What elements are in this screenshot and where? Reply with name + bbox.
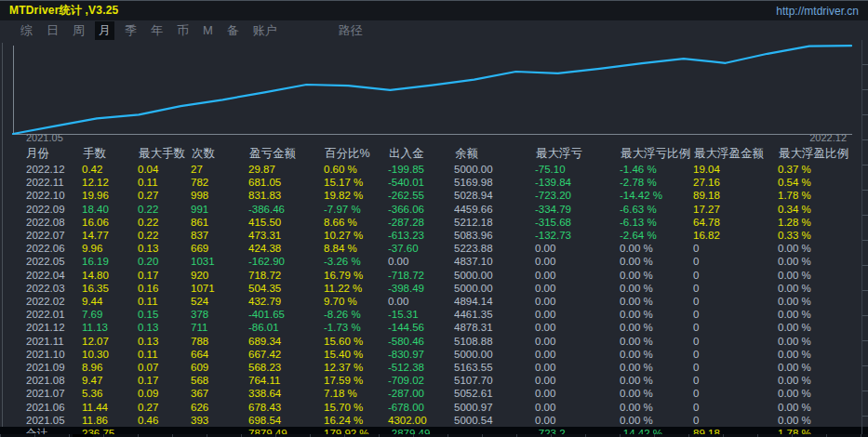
menu-item-周[interactable]: 周 <box>69 21 88 40</box>
table-row[interactable]: 2022.0516.190.201031-162.90-3.26 %0.0048… <box>0 255 868 268</box>
table-row[interactable]: 2021.0511.860.46393698.5416.24 %4302.005… <box>0 414 868 427</box>
menu-item-备[interactable]: 备 <box>223 21 243 40</box>
table-cell: 0.00 <box>535 374 620 387</box>
table-row[interactable]: 2021.075.360.09367338.647.18 %-287.00505… <box>0 387 868 400</box>
table-cell: 9.70 % <box>324 295 388 308</box>
table-cell: 5169.98 <box>454 176 535 189</box>
table-cell: 678.43 <box>248 401 324 414</box>
menu-item-M[interactable]: M <box>199 22 217 38</box>
menu-item-年[interactable]: 年 <box>147 21 167 40</box>
table-cell: -6.13 % <box>620 216 693 229</box>
table-cell: -398.49 <box>388 282 454 295</box>
table-cell: 5083.96 <box>454 229 535 242</box>
table-cell: 0.13 <box>138 242 191 255</box>
table-row[interactable]: 2021.1211.130.13711-86.01-1.73 %-144.564… <box>0 321 868 334</box>
table-cell: 0.00 % <box>778 282 868 295</box>
equity-line <box>13 46 851 134</box>
table-cell: 0.42 <box>82 163 138 176</box>
table-cell: 8.84 % <box>324 242 388 255</box>
table-cell: 2021.08 <box>0 374 82 387</box>
table-row[interactable]: 2022.0918.400.22991-386.46-7.97 %-366.06… <box>0 203 868 216</box>
table-cell: -366.06 <box>388 203 454 216</box>
table-cell: 5108.88 <box>454 335 535 348</box>
table-row[interactable]: 2022.1112.120.11782681.0515.17 %-540.015… <box>0 176 868 189</box>
table-cell: 2021.07 <box>0 387 82 400</box>
app-window: MTDriver统计 ,V3.25 http://mtdriver.cn 综日周… <box>0 0 868 437</box>
table-cell: 0.15 <box>138 308 191 321</box>
table-cell: 0.00 % <box>620 308 693 321</box>
table-cell: 0.00 <box>388 255 454 268</box>
table-cell: 0 <box>693 348 778 361</box>
table-cell: 0 <box>693 387 778 400</box>
table-row[interactable]: 2022.0316.350.161071504.3511.22 %-398.49… <box>0 282 868 295</box>
table-cell: 2021.06 <box>0 401 82 414</box>
table-cell: 415.50 <box>248 216 324 229</box>
table-cell: 4837.10 <box>454 255 535 268</box>
table-cell: 0.09 <box>138 387 191 400</box>
table-cell: 0.00 % <box>778 414 868 427</box>
column-header: 出入金 <box>388 145 454 163</box>
table-cell: 19.82 % <box>324 189 388 202</box>
table-cell: 0.00 % <box>778 401 868 414</box>
table-cell: 16.82 <box>693 229 778 242</box>
table-cell: -334.79 <box>535 203 620 216</box>
table-row[interactable]: 2022.0816.060.22861415.508.66 %-287.2852… <box>0 216 868 229</box>
table-cell: 5000.00 <box>454 163 535 176</box>
table-row[interactable]: 2021.1010.300.11664667.4215.40 %-830.975… <box>0 348 868 361</box>
table-cell: 920 <box>191 269 248 282</box>
table-row[interactable]: 2021.1112.070.13788689.3415.60 %-580.465… <box>0 335 868 348</box>
table-row[interactable]: 2022.017.690.15378-401.65-8.26 %-15.3144… <box>0 308 868 321</box>
table-cell: 0.60 % <box>324 163 388 176</box>
table-cell: -287.00 <box>388 387 454 400</box>
table-row[interactable]: 2021.098.960.07609568.2312.37 %-512.3851… <box>0 361 868 374</box>
table-cell: 0.11 <box>138 176 191 189</box>
table-cell: 15.60 % <box>324 335 388 348</box>
table-cell: 0.00 <box>535 401 620 414</box>
table-cell: 27.16 <box>693 176 778 189</box>
table-cell: 0.00 % <box>778 295 868 308</box>
table-cell: 0.17 <box>138 374 191 387</box>
table-cell: 5000.00 <box>454 269 535 282</box>
table-cell: 689.34 <box>248 335 324 348</box>
table-row[interactable]: 2022.120.420.042729.870.60 %-199.855000.… <box>0 163 868 176</box>
table-cell: 2022.06 <box>0 242 82 255</box>
menu-item-综[interactable]: 综 <box>17 21 36 40</box>
table-cell: 0.27 <box>138 189 191 202</box>
table-row[interactable]: 2022.1019.960.27998831.8319.82 %-262.555… <box>0 189 868 202</box>
table-cell: 837 <box>191 229 248 242</box>
table-row[interactable]: 2022.0714.770.22837473.3110.27 %-613.235… <box>0 229 868 242</box>
app-title: MTDriver统计 ,V3.25 <box>9 3 118 19</box>
column-header: 余额 <box>454 145 535 163</box>
menu-item-月[interactable]: 月 <box>95 21 114 40</box>
table-row[interactable]: 2021.089.470.17568764.1117.59 %-709.0251… <box>0 374 868 387</box>
table-row[interactable]: 2022.029.440.11524432.799.70 %0.004894.1… <box>0 295 868 308</box>
table-cell: 367 <box>191 387 248 400</box>
table-row[interactable]: 2022.0414.800.17920718.7216.79 %-718.725… <box>0 269 868 282</box>
table-cell: -718.72 <box>388 269 454 282</box>
menu-item-日[interactable]: 日 <box>43 21 62 40</box>
table-cell: 2022.11 <box>0 176 82 189</box>
table-cell: -15.31 <box>388 308 454 321</box>
menu-item-路径[interactable]: 路径 <box>335 21 367 40</box>
table-cell: 2022.07 <box>0 229 82 242</box>
vertical-scrollbar[interactable] <box>861 40 868 434</box>
table-cell: 0.17 <box>138 269 191 282</box>
table-cell: -512.38 <box>388 361 454 374</box>
column-header: 盈亏金额 <box>248 145 324 163</box>
table-row[interactable]: 2022.069.960.13669424.388.84 %-37.605223… <box>0 242 868 255</box>
menu-item-币[interactable]: 币 <box>173 21 193 40</box>
table-cell: 2022.10 <box>0 189 82 202</box>
website-link[interactable]: http://mtdriver.cn <box>776 5 859 18</box>
table-cell: -139.84 <box>535 176 620 189</box>
menu-item-季[interactable]: 季 <box>121 21 140 40</box>
menu-item-账户[interactable]: 账户 <box>249 21 281 40</box>
table-cell: -315.68 <box>535 216 620 229</box>
table-cell: 0.00 % <box>778 348 868 361</box>
table-row[interactable]: 2021.0611.440.27626678.4315.70 %-678.005… <box>0 401 868 414</box>
table-cell: -75.10 <box>535 163 620 176</box>
table-cell: 0 <box>693 401 778 414</box>
table-cell: -287.28 <box>388 216 454 229</box>
table-cell: -86.01 <box>248 321 324 334</box>
table-cell: 609 <box>191 361 248 374</box>
table-cell: 524 <box>191 295 248 308</box>
